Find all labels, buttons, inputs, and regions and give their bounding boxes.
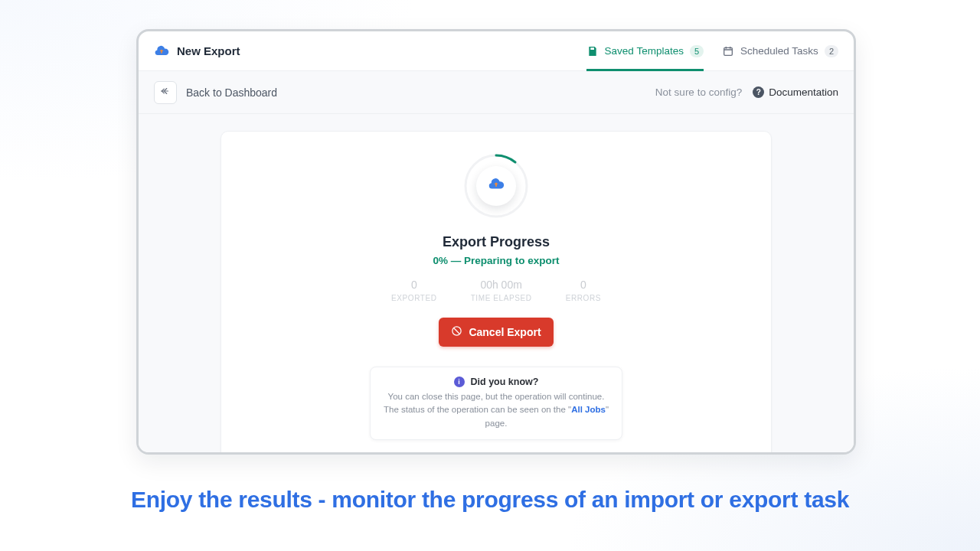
cloud-upload-icon [154,44,169,59]
save-icon [586,45,599,57]
stat-errors: 0 ERRORS [566,279,601,302]
cancel-export-button[interactable]: Cancel Export [439,318,553,347]
help-prompt: Not sure to config? [655,86,742,98]
cloud-upload-icon [488,176,505,196]
body: Export Progress 0% — Preparing to export… [139,114,854,452]
page-title: New Export [177,44,240,57]
back-area: Back to Dashboard [154,81,277,104]
tab-label: Saved Templates [605,45,684,57]
tip-line-2-pre: The status of the operation can be seen … [384,405,571,414]
tip-line-1: You can close this page, but the operati… [383,390,609,403]
stat-value: 00h 00m [471,279,532,291]
cancel-icon [451,325,462,339]
calendar-icon [722,45,734,57]
tab-label: Scheduled Tasks [740,45,818,57]
help-icon: ? [753,86,764,98]
stat-label: TIME ELAPSED [471,294,532,302]
subheader: Back to Dashboard Not sure to config? ? … [139,71,854,114]
svg-rect-0 [724,47,733,55]
progress-status: 0% — Preparing to export [244,255,748,266]
progress-stats: 0 EXPORTED 00h 00m TIME ELAPSED 0 ERRORS [244,279,748,302]
help-area: Not sure to config? ? Documentation [655,86,838,98]
tab-count-badge: 5 [690,45,704,57]
stat-label: EXPORTED [391,294,437,302]
back-label[interactable]: Back to Dashboard [186,86,277,99]
tab-count-badge: 2 [825,45,838,57]
tab-saved-templates[interactable]: Saved Templates 5 [586,31,704,71]
app-window: New Export Saved Templates 5 Scheduled T… [136,29,856,455]
documentation-link[interactable]: ? Documentation [753,86,838,98]
all-jobs-link[interactable]: All Jobs [571,405,606,414]
stat-exported: 0 EXPORTED [391,279,437,302]
svg-line-3 [454,328,459,334]
progress-card: Export Progress 0% — Preparing to export… [220,131,772,452]
back-button[interactable] [154,81,177,104]
tip-card: i Did you know? You can close this page,… [370,367,622,440]
app-header: New Export Saved Templates 5 Scheduled T… [139,31,854,71]
stat-value: 0 [566,279,601,291]
promo-caption: Enjoy the results - monitor the progress… [0,487,980,513]
header-tabs: Saved Templates 5 Scheduled Tasks 2 [586,31,838,71]
documentation-label: Documentation [769,86,838,98]
arrow-left-icon [160,86,171,99]
stat-time-elapsed: 00h 00m TIME ELAPSED [471,279,532,302]
tip-line-2: The status of the operation can be seen … [383,403,609,430]
spinner-center [476,166,516,206]
header-left: New Export [154,44,240,59]
info-icon: i [454,377,465,387]
progress-title: Export Progress [244,234,748,250]
stat-label: ERRORS [566,294,601,302]
cancel-label: Cancel Export [469,326,541,338]
tip-title: Did you know? [471,377,539,387]
progress-spinner [462,152,531,220]
tab-scheduled-tasks[interactable]: Scheduled Tasks 2 [722,31,838,71]
stat-value: 0 [391,279,437,291]
